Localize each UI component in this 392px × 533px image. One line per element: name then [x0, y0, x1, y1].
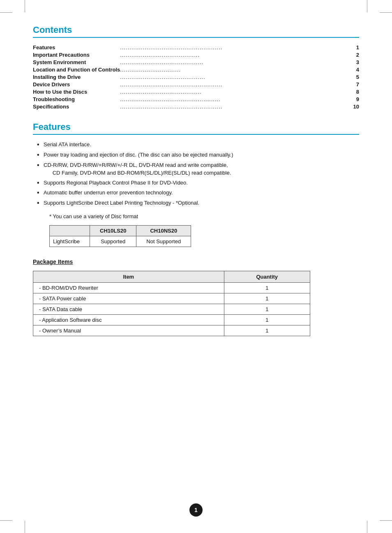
feature-text: CD-R/RW, DVD-R/RW/+R/RW/+/-R DL, DVD-RAM… — [44, 161, 359, 177]
toc-label: Features — [33, 44, 120, 51]
toc-page: 9 — [351, 95, 359, 103]
features-heading: Features — [33, 122, 359, 132]
page: Contents Features.......................… — [0, 0, 392, 533]
features-note: * You can use a variety of Disc format — [49, 213, 359, 219]
toc-dots: ........................................… — [120, 73, 351, 81]
feature-item: •Power tray loading and ejection of disc… — [37, 151, 359, 159]
feature-text: Supports Regional Playback Control Phase… — [44, 179, 359, 187]
toc-table: Features................................… — [33, 44, 359, 110]
toc-page: 8 — [351, 88, 359, 95]
corner-mark-br-v — [367, 521, 367, 533]
toc-page: 3 — [351, 58, 359, 66]
feature-text: Power tray loading and ejection of disc.… — [44, 151, 359, 159]
toc-page: 4 — [351, 66, 359, 73]
feature-item: •CD-R/RW, DVD-R/RW/+R/RW/+/-R DL, DVD-RA… — [37, 161, 359, 177]
toc-row: Location and Function of Controls.......… — [33, 66, 359, 73]
toc-row: How to Use the Discs....................… — [33, 88, 359, 95]
disc-ch10ns20-value: Not Supported — [136, 236, 191, 247]
corner-mark-br-h — [380, 520, 392, 521]
toc-label: How to Use the Discs — [33, 88, 120, 95]
disc-table-header — [50, 225, 90, 236]
package-col-header: Item — [33, 271, 224, 282]
package-row: - Application Software disc1 — [33, 314, 310, 325]
bullet-symbol: • — [37, 199, 44, 208]
toc-dots: ........................................… — [120, 95, 351, 103]
page-number: 1 — [189, 503, 203, 517]
toc-dots: ................................ — [120, 66, 351, 73]
feature-item: •Supports LightScribe Direct Label Print… — [37, 199, 359, 208]
toc-row: System Environment......................… — [33, 58, 359, 66]
package-row: - SATA Power cable1 — [33, 293, 310, 304]
toc-dots: ........................................… — [120, 44, 351, 51]
toc-label: Troubleshooting — [33, 95, 120, 103]
toc-row: Device Drivers..........................… — [33, 81, 359, 88]
feature-text: Supports LightScribe Direct Label Printi… — [44, 199, 359, 207]
contents-section: Contents Features.......................… — [33, 25, 359, 110]
toc-label: Important Precautions — [33, 51, 120, 58]
toc-label: Installing the Drive — [33, 73, 120, 81]
package-item-qty: 1 — [224, 293, 310, 304]
bullet-symbol: • — [37, 161, 44, 170]
corner-mark-bl-v — [25, 521, 25, 533]
page-number-container: 1 — [189, 503, 203, 517]
toc-label: System Environment — [33, 58, 120, 66]
package-row: - Owner’s Manual1 — [33, 325, 310, 336]
bullet-symbol: • — [37, 179, 44, 187]
toc-row: Important Precautions...................… — [33, 51, 359, 58]
features-section: Features •Serial ATA interface.•Power tr… — [33, 122, 359, 247]
toc-page: 5 — [351, 73, 359, 81]
package-col-header: Quantity — [224, 271, 310, 282]
disc-table-header: CH10LS20 — [90, 225, 136, 236]
package-heading: Package Items — [33, 258, 359, 265]
disc-table-header: CH10NS20 — [136, 225, 191, 236]
package-header-row: ItemQuantity — [33, 271, 310, 282]
feature-item: •Automatic buffer underrun error prevent… — [37, 189, 359, 197]
package-item-qty: 1 — [224, 314, 310, 325]
package-item-qty: 1 — [224, 282, 310, 293]
bullet-symbol: • — [37, 141, 44, 149]
disc-table: CH10LS20CH10NS20LightScribeSupportedNot … — [49, 225, 191, 247]
disc-table-row: LightScribeSupportedNot Supported — [50, 236, 191, 247]
feature-text: Serial ATA interface. — [44, 141, 359, 149]
toc-dots: ........................................… — [120, 81, 351, 88]
package-section: Package Items ItemQuantity- BD-ROM/DVD R… — [33, 258, 359, 336]
package-item-name: - Owner’s Manual — [33, 325, 224, 336]
package-row: - SATA Data cable1 — [33, 304, 310, 314]
features-list: •Serial ATA interface.•Power tray loadin… — [37, 141, 359, 208]
corner-mark-bl-h — [0, 520, 12, 521]
toc-dots: ........................................… — [120, 58, 351, 66]
toc-page: 1 — [351, 44, 359, 51]
feature-item: •Supports Regional Playback Control Phas… — [37, 179, 359, 187]
package-table: ItemQuantity- BD-ROM/DVD Rewriter1- SATA… — [33, 271, 310, 336]
toc-label: Specifications — [33, 103, 120, 110]
toc-page: 2 — [351, 51, 359, 58]
corner-mark-tl-v — [25, 0, 25, 12]
features-divider — [33, 134, 359, 135]
disc-table-wrapper: CH10LS20CH10NS20LightScribeSupportedNot … — [49, 225, 359, 247]
package-item-qty: 1 — [224, 325, 310, 336]
toc-row: Installing the Drive....................… — [33, 73, 359, 81]
disc-ch10ls20-value: Supported — [90, 236, 136, 247]
package-item-name: - BD-ROM/DVD Rewriter — [33, 282, 224, 293]
toc-label: Location and Function of Controls — [33, 66, 120, 73]
corner-mark-tl-h — [0, 12, 12, 13]
toc-page: 10 — [351, 103, 359, 110]
toc-row: Features................................… — [33, 44, 359, 51]
bullet-symbol: • — [37, 189, 44, 197]
toc-label: Device Drivers — [33, 81, 120, 88]
toc-dots: ........................................… — [120, 51, 351, 58]
package-item-name: - SATA Power cable — [33, 293, 224, 304]
disc-table-header-row: CH10LS20CH10NS20 — [50, 225, 191, 236]
feature-item: •Serial ATA interface. — [37, 141, 359, 149]
toc-dots: ........................................… — [120, 103, 351, 110]
contents-heading: Contents — [33, 25, 359, 35]
toc-page: 7 — [351, 81, 359, 88]
toc-dots: ........................................… — [120, 88, 351, 95]
toc-row: Troubleshooting.........................… — [33, 95, 359, 103]
toc-row: Specifications..........................… — [33, 103, 359, 110]
contents-divider — [33, 37, 359, 38]
package-item-name: - SATA Data cable — [33, 304, 224, 314]
corner-mark-tr-h — [380, 12, 392, 13]
disc-feature-label: LightScribe — [50, 236, 90, 247]
package-item-name: - Application Software disc — [33, 314, 224, 325]
